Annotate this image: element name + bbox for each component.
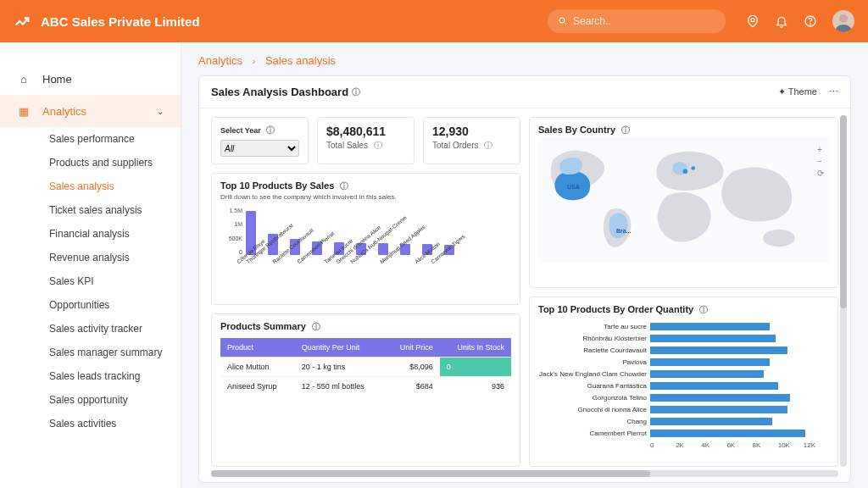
world-map[interactable]: USA Bra... + − ⟳: [538, 136, 829, 263]
chart-bar[interactable]: Rhönbräu Klosterbier: [538, 333, 829, 345]
topbar: ABC Sales Private Limited: [0, 0, 868, 42]
total-sales-label: Total Sales: [326, 141, 368, 150]
chart-bar[interactable]: Gnocchi di nonna Alice: [538, 404, 829, 416]
info-icon[interactable]: ⓘ: [352, 86, 360, 98]
chart-bar[interactable]: Guaraná Fantástica: [538, 380, 829, 392]
total-sales-card: $8,480,611 Total Sales ⓘ: [317, 117, 415, 164]
map-reset-icon[interactable]: ⟳: [817, 169, 824, 178]
sidebar: ⌂Home ▦Analytics⌄ Sales performanceProdu…: [0, 42, 181, 488]
horizontal-scrollbar[interactable]: [211, 470, 838, 477]
th-price[interactable]: Unit Price: [385, 338, 440, 358]
chart-xaxis: 02K4K6K8K10K12K: [650, 441, 829, 449]
chart-bar[interactable]: Alice Mutton: [422, 244, 432, 267]
select-year-label: Select Year: [220, 126, 261, 135]
search-box[interactable]: [548, 9, 726, 33]
sidebar-item[interactable]: Ticket sales analysis: [0, 198, 181, 222]
info-icon[interactable]: ⓘ: [266, 125, 275, 135]
top10-sales-note: Drill down to see the company which invo…: [220, 193, 511, 201]
top10-sales-card: Top 10 Products By Sales ⓘ Drill down to…: [211, 173, 520, 305]
info-icon[interactable]: ⓘ: [340, 181, 348, 191]
crumb-root[interactable]: Analytics: [198, 54, 242, 67]
svg-point-7: [691, 166, 695, 170]
chart-bar[interactable]: Camembert Pierrot: [538, 428, 829, 440]
info-icon[interactable]: ⓘ: [312, 322, 320, 331]
sidebar-item[interactable]: Sales KPI: [0, 269, 181, 293]
bell-icon[interactable]: [775, 14, 788, 28]
info-icon[interactable]: ⓘ: [699, 305, 708, 314]
map-label-usa: USA: [567, 184, 580, 190]
top10-sales-chart[interactable]: 1.5M1M500K0 Côte de BlayeThüringer Rostb…: [220, 208, 511, 267]
location-icon[interactable]: [746, 14, 760, 28]
map-zoom-in-icon[interactable]: +: [817, 145, 824, 154]
nav-home[interactable]: ⌂Home: [0, 63, 181, 95]
chevron-down-icon: ⌄: [157, 107, 164, 116]
map-zoom-out-icon[interactable]: −: [817, 157, 824, 166]
total-orders-value: 12,930: [432, 125, 511, 138]
brand-title: ABC Sales Private Limited: [41, 14, 200, 29]
home-icon: ⌂: [17, 73, 31, 86]
products-summary-card: Products Summary ⓘ Product Quantity Per …: [211, 313, 520, 467]
sidebar-subnav: Sales performanceProducts and suppliersS…: [0, 127, 181, 435]
vertical-scrollbar[interactable]: [840, 115, 847, 467]
theme-button[interactable]: ✦ Theme: [778, 86, 817, 97]
svg-point-1: [751, 19, 754, 22]
th-stock[interactable]: Units In Stock: [440, 338, 511, 358]
nav-analytics-label: Analytics: [42, 105, 86, 118]
avatar[interactable]: [832, 10, 854, 32]
top10-qty-title: Top 10 Products By Order Quantity: [538, 304, 693, 314]
sidebar-item[interactable]: Revenue analysis: [0, 246, 181, 269]
more-icon[interactable]: ⋯: [829, 86, 838, 97]
top10-qty-chart[interactable]: Tarte au sucreRhönbräu KlosterbierRaclet…: [538, 321, 829, 440]
sidebar-item[interactable]: Sales opportunity: [0, 388, 181, 412]
th-qpu[interactable]: Quantity Per Unit: [295, 338, 385, 358]
sidebar-item[interactable]: Opportunities: [0, 293, 181, 317]
nav-home-label: Home: [42, 73, 72, 86]
table-row[interactable]: Alice Mutton20 - 1 kg tins$8,0960: [220, 358, 511, 377]
table-row[interactable]: Aniseed Syrup12 - 550 ml bottles$684936: [220, 377, 511, 396]
chevron-right-icon: ›: [253, 56, 256, 66]
sidebar-item[interactable]: Sales analysis: [0, 175, 181, 198]
crumb-leaf[interactable]: Sales analysis: [265, 54, 336, 67]
top10-qty-card: Top 10 Products By Order Quantity ⓘ Tart…: [529, 297, 838, 468]
info-icon[interactable]: ⓘ: [374, 141, 382, 150]
year-select[interactable]: All: [220, 140, 299, 157]
page-title: Sales Analysis Dashboard: [211, 86, 348, 98]
svg-point-4: [839, 14, 848, 23]
chart-bar[interactable]: Gorgonzola Telino: [538, 392, 829, 404]
search-input[interactable]: [573, 15, 709, 27]
chart-bar[interactable]: Camembert Pierrot: [312, 241, 322, 267]
search-icon: [558, 16, 568, 26]
chart-bar[interactable]: Pavlova: [538, 357, 829, 369]
grid-icon: ▦: [17, 105, 31, 118]
sidebar-item[interactable]: Sales leads tracking: [0, 364, 181, 388]
chart-bar[interactable]: Tarte au sucre: [538, 321, 829, 333]
svg-point-5: [763, 230, 795, 247]
map-label-bra: Bra...: [616, 228, 632, 234]
top10-sales-title: Top 10 Products By Sales: [220, 180, 334, 191]
th-product[interactable]: Product: [220, 338, 295, 358]
svg-point-3: [810, 24, 810, 25]
sidebar-item[interactable]: Sales activities: [0, 412, 181, 435]
sidebar-item[interactable]: Financial analysis: [0, 222, 181, 246]
info-icon[interactable]: ⓘ: [484, 141, 492, 150]
chart-bar[interactable]: Chang: [538, 416, 829, 428]
breadcrumb: Analytics › Sales analysis: [198, 54, 851, 67]
chart-bar[interactable]: Manjimup Dried Apples: [400, 244, 410, 267]
svg-point-6: [683, 169, 688, 174]
products-table: Product Quantity Per Unit Unit Price Uni…: [220, 338, 511, 396]
products-summary-title: Products Summary: [220, 321, 306, 331]
dashboard-panel: Sales Analysis Dashboard ⓘ ✦ Theme ⋯ Sel…: [198, 75, 851, 483]
sidebar-item[interactable]: Sales activity tracker: [0, 317, 181, 341]
nav-analytics[interactable]: ▦Analytics⌄: [0, 95, 181, 127]
sidebar-item[interactable]: Sales performance: [0, 127, 181, 151]
sidebar-item[interactable]: Products and suppliers: [0, 151, 181, 175]
total-orders-label: Total Orders: [432, 141, 478, 150]
sales-by-country-card: Sales By Country ⓘ: [529, 117, 838, 288]
select-year-card: Select Year ⓘ All: [211, 117, 309, 164]
chart-bar[interactable]: Raclette Courdavault: [538, 345, 829, 357]
sidebar-item[interactable]: Sales manager summary: [0, 341, 181, 364]
info-icon[interactable]: ⓘ: [621, 125, 630, 135]
chart-bar[interactable]: Jack's New England Clam Chowder: [538, 369, 829, 380]
chart-bar[interactable]: Carnarvon Tigers: [444, 245, 454, 267]
help-icon[interactable]: [804, 14, 817, 28]
